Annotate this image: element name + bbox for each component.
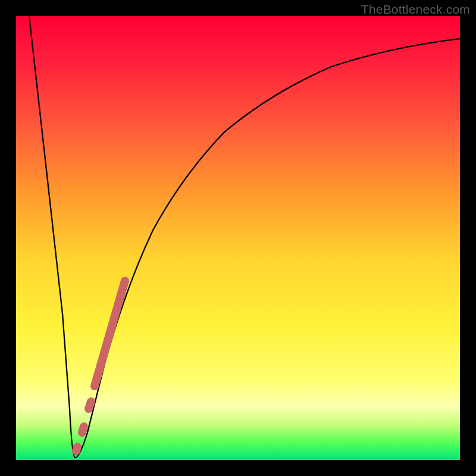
plot-area bbox=[16, 16, 460, 460]
chart-svg bbox=[16, 16, 460, 460]
bottleneck-curve bbox=[29, 16, 460, 458]
accent-dot-1 bbox=[76, 447, 77, 451]
accent-segment bbox=[95, 281, 125, 386]
chart-frame: TheBottleneck.com bbox=[0, 0, 476, 476]
accent-dot-2 bbox=[82, 427, 84, 433]
accent-dot-3 bbox=[89, 402, 91, 409]
watermark-text: TheBottleneck.com bbox=[361, 2, 470, 17]
